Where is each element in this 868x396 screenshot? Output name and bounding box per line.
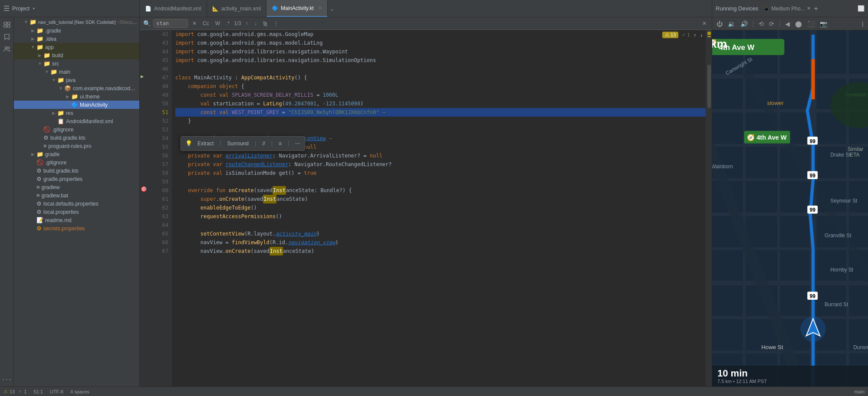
device-power-button[interactable]: ⏻ (715, 20, 724, 28)
tree-item-gradle-folder[interactable]: ▶ 📁 gradle (14, 150, 139, 158)
tree-item-uitheme[interactable]: ▶ 📁 ui.theme (14, 92, 139, 101)
tree-item-readme[interactable]: ▶ 📝 readme.md (14, 216, 139, 224)
device-rotate-right-button[interactable]: ⟳ (767, 20, 776, 28)
device-rotate-left-button[interactable]: ⟲ (757, 20, 766, 28)
device-more-button[interactable]: ⟩ (860, 20, 865, 28)
context-menu-extract[interactable]: Extract (197, 139, 214, 148)
gradle-props-icon: ⚙ (36, 176, 42, 182)
code-line-44: import com.google.android.libraries.navi… (175, 47, 706, 56)
tree-item-java[interactable]: ▼ 📁 java (14, 76, 139, 84)
activity-main-tab-label: activity_main.xml (221, 6, 261, 12)
device-volume-up-button[interactable]: 🔊 (739, 20, 750, 28)
gitignore-root-label: .gitignore (45, 160, 66, 166)
device-recents-button[interactable]: ⬛ (806, 20, 816, 28)
code-line-63: requestAccessPermissions() (175, 212, 706, 221)
code-line-59 (175, 177, 706, 186)
svg-text:ETA: ETA (850, 152, 859, 158)
tree-item-res[interactable]: ▶ 📁 res (14, 109, 139, 117)
device-screenshot-button[interactable]: 📷 (818, 20, 829, 28)
tree-item-package[interactable]: ▼ 📦 com.example.navsdkcodelab (14, 84, 139, 92)
androidmanifest-tab-icon: 📄 (145, 6, 151, 12)
tree-item-main[interactable]: ▼ 📁 main (14, 68, 139, 76)
tree-item-local-defaults[interactable]: ▶ ⚙ local.defaults.properties (14, 200, 139, 208)
gradle-folder-icon2: 📁 (36, 151, 43, 157)
context-menu-surround[interactable]: Surround (227, 139, 249, 148)
root-folder-icon: 📁 (30, 19, 36, 25)
search-input[interactable] (153, 19, 188, 28)
search-word-button[interactable]: W (214, 20, 222, 27)
svg-point-4 (5, 47, 7, 49)
tree-item-local-properties[interactable]: ▶ ⚙ local.properties (14, 208, 139, 216)
people-icon[interactable] (1, 43, 13, 55)
tree-item-build-gradle-root[interactable]: ▶ ⚙ build.gradle.kts (14, 167, 139, 175)
svg-text:slower: slower (767, 100, 784, 106)
warning-up-icon[interactable]: ↑ (694, 32, 697, 38)
tree-item-gradlew[interactable]: ▶ ≡ gradlew (14, 183, 139, 191)
hamburger-icon[interactable]: ☰ (3, 4, 10, 13)
tree-item-gradlew-bat[interactable]: ▶ ≡ gradlew.bat (14, 191, 139, 200)
status-warnings: ⚠ 13 ✓ 1 (3, 389, 26, 394)
add-device-button[interactable]: + (814, 5, 818, 13)
search-more-button[interactable]: ⋮ (272, 20, 280, 27)
debug-icon-line60[interactable]: 🎯 (141, 186, 147, 192)
tree-item-idea[interactable]: ▶ 📁 .idea (14, 35, 139, 43)
medium-phone-tab[interactable]: 📱 Medium Pho... ✕ (763, 6, 810, 12)
device-volume-down-button[interactable]: 🔉 (726, 20, 737, 28)
tab-androidmanifest[interactable]: 📄 AndroidManifest.xml (140, 0, 207, 17)
tree-item-app[interactable]: ▼ 📁 app (14, 43, 139, 51)
error-count-badge: ✓ 1 (682, 32, 690, 38)
device-home-button[interactable]: ⬤ (793, 20, 804, 28)
map-view: Creekside Pk 99 99 99 99 (712, 30, 868, 386)
tree-item-src[interactable]: ▼ 📁 src (14, 59, 139, 68)
gradle-props-label: gradle.properties (43, 176, 82, 182)
scrollbar-thumb[interactable] (707, 65, 711, 108)
search-result-count: 1/3 (234, 20, 241, 26)
tree-item-gradle[interactable]: ▶ 📁 .gradle (14, 26, 139, 35)
tree-item-secrets[interactable]: ▶ ⚙ secrets.properties (14, 224, 139, 232)
more-tools-icon[interactable]: ··· (1, 373, 13, 385)
code-line-47: class MainActivity : AppCompatActivity()… (175, 73, 706, 82)
search-close-button[interactable]: ✕ (700, 20, 708, 27)
more-tabs-button[interactable]: ⌄ (328, 0, 336, 17)
search-next-button[interactable]: ↓ (253, 20, 259, 27)
phone-icon: 📱 (763, 6, 769, 11)
tree-item-androidmanifest[interactable]: ▶ 📋 AndroidManifest.xml (14, 117, 139, 125)
search-regex-button[interactable]: .* (224, 20, 231, 27)
search-case-button[interactable]: Cc (201, 20, 211, 27)
mainactivity-tab-close-icon[interactable]: ✕ (318, 5, 322, 11)
project-chevron-icon[interactable]: ▾ (32, 6, 35, 11)
warning-count: 13 (10, 389, 15, 394)
context-menu-list-icon[interactable]: ≡ (279, 139, 282, 148)
project-icon[interactable] (1, 19, 13, 30)
idea-label: .idea (45, 36, 56, 42)
device-back-button[interactable]: ◀ (783, 20, 792, 28)
run-icon-line47[interactable]: ▶ (141, 73, 144, 79)
tree-item-build-gradle[interactable]: ▶ ⚙ build.gradle.kts (14, 134, 139, 142)
secrets-icon: ⚙ (36, 225, 42, 232)
bookmark-icon[interactable] (1, 31, 13, 43)
search-clear-button[interactable]: ✕ (191, 20, 198, 27)
tree-item-mainactivity[interactable]: ▶ 🔷 MainActivity (14, 101, 139, 109)
context-menu-more[interactable]: ⋯ (295, 139, 300, 148)
tab-mainactivity[interactable]: 🔷 MainActivity.kt ✕ (266, 0, 328, 17)
tree-item-proguard[interactable]: ▶ ≡ proguard-rules.pro (14, 142, 139, 150)
tree-item-build[interactable]: ▶ 📁 build (14, 51, 139, 59)
search-filter-button[interactable]: ⧎ (261, 20, 269, 27)
tab-activity-main[interactable]: 📐 activity_main.xml (207, 0, 266, 17)
device-screen[interactable]: Creekside Pk 99 99 99 99 (712, 30, 868, 386)
tree-item-gitignore-app[interactable]: ▶ 🚫 .gitignore (14, 125, 139, 134)
maximize-icon[interactable]: ⬜ (858, 5, 865, 12)
context-menu[interactable]: 💡 Extract | Surround | // | ≡ | ⋯ (181, 136, 305, 151)
warning-down-icon[interactable]: ↓ (700, 32, 703, 38)
tree-item-gradle-properties[interactable]: ▶ ⚙ gradle.properties (14, 175, 139, 183)
context-menu-comment[interactable]: // (262, 139, 265, 148)
svg-text:Similar: Similar (848, 146, 863, 152)
tree-root[interactable]: ▼ 📁 nav_sdk_tutorial [Nav SDK Codelab] ~… (14, 17, 139, 26)
tree-item-gitignore-root[interactable]: ▶ 🚫 .gitignore (14, 158, 139, 167)
phone-close-icon[interactable]: ✕ (807, 6, 811, 11)
code-container[interactable]: ▶ 🎯 42434445 46474849 505152 53545556 57… (140, 30, 712, 386)
toolbar-separator2 (779, 20, 780, 27)
svg-text:99: 99 (810, 173, 816, 179)
code-editor[interactable]: import com.google.android.gms.maps.Googl… (172, 30, 706, 386)
search-prev-button[interactable]: ↑ (244, 20, 250, 27)
